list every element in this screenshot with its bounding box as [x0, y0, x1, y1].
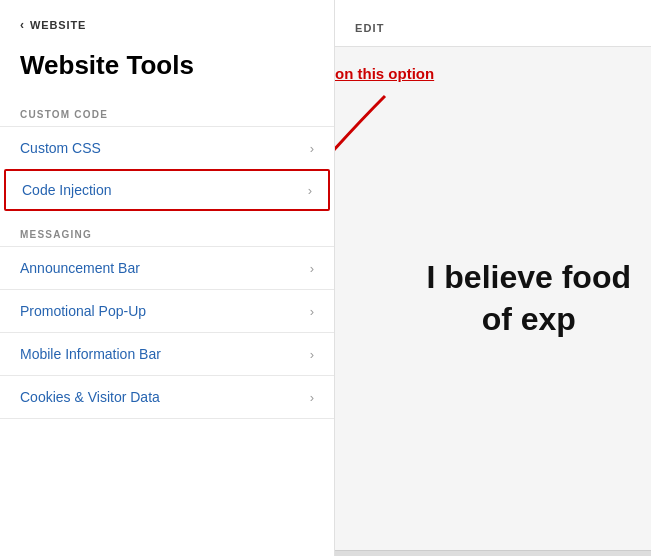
- preview-text: I believe food of exp: [427, 257, 641, 340]
- back-navigation[interactable]: ‹ WEBSITE: [0, 0, 334, 42]
- menu-item-custom-css[interactable]: Custom CSS ›: [0, 126, 334, 169]
- chevron-right-icon: ›: [310, 347, 314, 362]
- menu-item-label: Announcement Bar: [20, 260, 140, 276]
- back-label: WEBSITE: [30, 19, 86, 31]
- chevron-right-icon: ›: [308, 183, 312, 198]
- section-messaging: MESSAGING Announcement Bar › Promotional…: [0, 219, 334, 419]
- left-panel: ‹ WEBSITE Website Tools CUSTOM CODE Cust…: [0, 0, 335, 556]
- right-panel: EDIT Click on this option I believe food…: [335, 0, 651, 556]
- chevron-right-icon: ›: [310, 390, 314, 405]
- menu-item-label: Cookies & Visitor Data: [20, 389, 160, 405]
- section-label-messaging: MESSAGING: [0, 219, 334, 246]
- chevron-right-icon: ›: [310, 304, 314, 319]
- annotation-container: Click on this option: [335, 65, 465, 196]
- menu-item-label: Mobile Information Bar: [20, 346, 161, 362]
- chevron-left-icon: ‹: [20, 18, 24, 32]
- menu-item-label: Code Injection: [22, 182, 112, 198]
- menu-item-announcement-bar[interactable]: Announcement Bar ›: [0, 246, 334, 289]
- chevron-right-icon: ›: [310, 261, 314, 276]
- edit-label: EDIT: [355, 22, 384, 34]
- chevron-right-icon: ›: [310, 141, 314, 156]
- menu-item-label: Custom CSS: [20, 140, 101, 156]
- menu-item-cookies-visitor[interactable]: Cookies & Visitor Data ›: [0, 375, 334, 419]
- right-panel-header: EDIT: [335, 0, 651, 47]
- panel-title: Website Tools: [0, 42, 334, 99]
- section-label-custom-code: CUSTOM CODE: [0, 99, 334, 126]
- annotation-arrow: [335, 86, 465, 196]
- menu-item-code-injection[interactable]: Code Injection ›: [4, 169, 330, 211]
- menu-item-promotional-popup[interactable]: Promotional Pop-Up ›: [0, 289, 334, 332]
- menu-item-mobile-info-bar[interactable]: Mobile Information Bar ›: [0, 332, 334, 375]
- right-bottom-bar: [335, 550, 651, 556]
- right-content: Click on this option I believe food of e…: [335, 47, 651, 550]
- annotation-text: Click on this option: [335, 65, 465, 82]
- menu-item-label: Promotional Pop-Up: [20, 303, 146, 319]
